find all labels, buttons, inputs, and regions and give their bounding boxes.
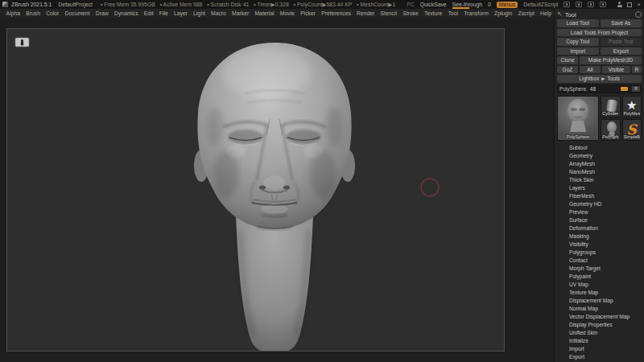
subpalette-item[interactable]: Contact xyxy=(557,257,642,265)
subpalette-item[interactable]: Export xyxy=(557,353,642,361)
quick-pick-polysphere-head[interactable]: PolySph xyxy=(601,119,621,141)
menu-item[interactable]: Zplugin xyxy=(491,10,514,16)
account-icon[interactable] xyxy=(617,2,622,7)
menu-item[interactable]: Light xyxy=(190,10,208,16)
subpalette-item[interactable]: Geometry xyxy=(557,152,642,160)
menu-item[interactable]: Texture xyxy=(421,10,444,16)
default-zscript-button[interactable]: DefaultZScript xyxy=(523,2,558,7)
menu-item[interactable]: Document xyxy=(62,10,93,16)
panel-title: Tool xyxy=(565,11,576,19)
subpalette-item[interactable]: Displacement Map xyxy=(557,297,642,305)
menu-item[interactable]: Marker xyxy=(229,10,252,16)
menu-item[interactable]: Alpha xyxy=(3,10,23,16)
menu-item[interactable]: File xyxy=(156,10,171,16)
current-tool-thumbnail[interactable]: PolySphere xyxy=(557,96,599,141)
quick-pick-polymesh-star[interactable]: ★ PolyMes xyxy=(622,96,642,117)
see-through-value: 0 xyxy=(488,2,491,7)
subpalette-item[interactable]: Layers xyxy=(557,184,642,192)
import-button[interactable]: Import xyxy=(557,47,599,56)
menu-item[interactable]: Transform xyxy=(461,10,492,16)
subpalette-item[interactable]: FiberMesh xyxy=(557,192,642,200)
copy-tool-button[interactable]: Copy Tool xyxy=(557,38,599,46)
menu-item[interactable]: Render xyxy=(353,10,377,16)
goz-button[interactable]: GoZ xyxy=(557,66,578,74)
subpalette-item[interactable]: Vector Displacement Map xyxy=(557,313,642,321)
window-controls: × xyxy=(617,2,641,7)
subpalette-item[interactable]: Import xyxy=(557,345,642,353)
menu-item[interactable]: Picker xyxy=(298,10,319,16)
subpalette-item[interactable]: UV Map xyxy=(557,281,642,289)
menu-item[interactable]: Layer xyxy=(171,10,190,16)
document-canvas[interactable] xyxy=(6,28,505,352)
canvas-scene xyxy=(7,29,504,351)
canvas-home-icon[interactable] xyxy=(15,38,29,47)
subpalette-item[interactable]: Subtool xyxy=(557,144,642,152)
brush-cursor-ring xyxy=(421,179,439,196)
panel-back-arrow-icon[interactable]: ↖ xyxy=(557,11,563,18)
subpalette-item[interactable]: Surface xyxy=(557,216,642,224)
load-tool-button[interactable]: Load Tool xyxy=(557,19,599,27)
clone-button[interactable]: Clone xyxy=(557,56,578,64)
stat-item: • MeshCount▶1 xyxy=(357,2,395,8)
menu-item[interactable]: Macro xyxy=(208,10,229,16)
stat-item: • Scratch Disk 41 xyxy=(207,2,249,8)
subpalette-item[interactable]: Visibility xyxy=(557,241,642,249)
menu-item[interactable]: Material xyxy=(252,10,277,16)
subpalette-item[interactable]: Geometry HD xyxy=(557,200,642,208)
make-polymesh3d-button[interactable]: Make PolyMesh3D xyxy=(580,56,642,64)
see-through-slider[interactable]: See-through xyxy=(452,2,482,8)
subpalette-item[interactable]: NanoMesh xyxy=(557,168,642,176)
load-tools-from-project-button[interactable]: Load Tools From Project xyxy=(557,29,642,37)
slider-handle[interactable] xyxy=(621,87,628,91)
subpalette-item[interactable]: Morph Target xyxy=(557,265,642,273)
menu-item[interactable]: Preferences xyxy=(319,10,354,16)
goz-r-button[interactable]: R xyxy=(632,66,642,74)
subpalette-item[interactable]: Deformation xyxy=(557,224,642,232)
goz-all-button[interactable]: All xyxy=(580,66,601,74)
subpalette-item[interactable]: Thick Skin xyxy=(557,176,642,184)
menu-item[interactable]: Draw xyxy=(93,10,111,16)
sculpt-model-head xyxy=(194,43,355,351)
zbrush-logo-icon xyxy=(2,2,8,7)
subpalette-item[interactable]: Preview xyxy=(557,208,642,216)
subpalette-item[interactable]: Display Properties xyxy=(557,321,642,329)
subpalette-item[interactable]: Polygroups xyxy=(557,249,642,257)
quick-pick-simplebrush[interactable]: S SimpleB xyxy=(622,119,642,141)
subpalette-item[interactable]: Masking xyxy=(557,232,642,241)
tablet-icon-3[interactable] xyxy=(588,2,594,7)
menus-button[interactable]: Menus xyxy=(497,2,518,8)
menu-item[interactable]: Movie xyxy=(277,10,297,16)
export-button[interactable]: Export xyxy=(601,47,642,56)
menu-item[interactable]: Stroke xyxy=(400,10,422,16)
titlebar-stats: • Free Mem 35.995GB• Active Mem 988• Scr… xyxy=(101,2,400,8)
tablet-icon-2[interactable] xyxy=(576,2,582,7)
lightbox-tools-button[interactable]: Lightbox ► Tools xyxy=(557,75,642,83)
menu-item[interactable]: Help xyxy=(538,10,555,16)
project-name: DefaultProject xyxy=(58,2,93,7)
subpalette-item[interactable]: Texture Map xyxy=(557,289,642,297)
active-tool-slider[interactable]: PolySphere. 48 R xyxy=(557,84,642,94)
menu-item[interactable]: Brush xyxy=(23,10,43,16)
menu-item[interactable]: Edit xyxy=(141,10,156,16)
tablet-icon-4[interactable] xyxy=(600,2,606,7)
subpalette-item[interactable]: Initialize xyxy=(557,337,642,345)
save-as-button[interactable]: Save As xyxy=(601,19,642,27)
menu-item[interactable]: Stencil xyxy=(378,10,400,16)
subpalette-item[interactable]: ArrayMesh xyxy=(557,160,642,168)
subpalette-item[interactable]: Normal Map xyxy=(557,305,642,313)
close-icon[interactable]: × xyxy=(637,2,641,7)
menu-item[interactable]: Tool xyxy=(445,10,461,16)
goz-visible-button[interactable]: Visible xyxy=(602,66,630,74)
subpalette-item[interactable]: Polypaint xyxy=(557,273,642,281)
menu-item[interactable]: Dynamics xyxy=(111,10,141,16)
subpalette-item[interactable]: Unified Skin xyxy=(557,329,642,337)
menu-item[interactable]: Zscript xyxy=(515,10,538,16)
stat-item: • Active Mem 988 xyxy=(160,2,203,8)
panel-menu-circle-icon[interactable] xyxy=(635,11,642,18)
quick-pick-cylinder[interactable]: Cylinder xyxy=(601,96,621,117)
slider-r-button[interactable]: R xyxy=(632,86,640,92)
menu-item[interactable]: Color xyxy=(43,10,62,16)
restore-icon[interactable] xyxy=(627,2,632,7)
quicksave-button[interactable]: QuickSave xyxy=(420,2,447,7)
tablet-icon-1[interactable] xyxy=(564,2,570,7)
